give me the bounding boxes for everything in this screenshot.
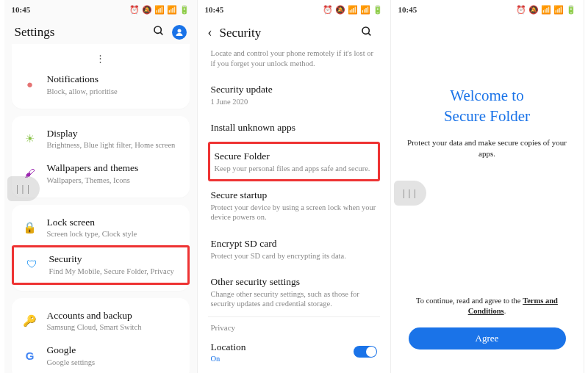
ellipsis-icon: ⋮ [12, 53, 190, 68]
back-icon[interactable]: ‹ [208, 25, 212, 40]
google-icon: G [21, 350, 40, 362]
list-item-title: Encrypt SD card [211, 237, 377, 250]
list-item-display[interactable]: ☀ Display Brightness, Blue light filter,… [12, 122, 190, 157]
wifi-icon: 📶 [360, 5, 370, 15]
list-item-location[interactable]: Location On [208, 333, 380, 370]
card-accounts-group: 🔑 Accounts and backup Samsung Cloud, Sma… [12, 298, 190, 373]
agree-button[interactable]: Agree [409, 327, 566, 350]
list-item-sub: Locate and control your phone remotely i… [211, 48, 377, 68]
list-item-sub: Wallpapers, Themes, Icons [47, 175, 181, 186]
list-item-title: Accounts and backup [47, 310, 181, 322]
phone-settings: 10:45 ⏰ 🔕 📶 📶 🔋 Settings ⋮ ● Notificatio… [4, 0, 198, 373]
list-item-title: Install unknown apps [211, 121, 377, 134]
status-bar: 10:45 ⏰ 🔕 📶 📶 🔋 [391, 0, 584, 19]
svg-line-1 [160, 32, 162, 35]
welcome-title-line1: Welcome to [450, 87, 523, 104]
mute-icon: 🔕 [528, 5, 539, 15]
list-item-sub: Samsung Cloud, Smart Switch [47, 322, 181, 333]
status-icons: ⏰ 🔕 📶 📶 🔋 [129, 5, 190, 15]
list-item-title: Other security settings [211, 275, 377, 289]
mute-icon: 🔕 [335, 5, 345, 15]
list-item-security-update[interactable]: Security update 1 June 2020 [208, 76, 380, 114]
list-item-other-security[interactable]: Other security settings Change other sec… [208, 268, 380, 316]
list-item-title: Google [47, 344, 181, 357]
list-item-sub: Block, allow, prioritise [47, 87, 181, 97]
signal-icon: 📶 [541, 5, 551, 15]
card-connections-group: ⋮ ● Notifications Block, allow, prioriti… [12, 44, 190, 109]
list-item-title: Security update [211, 83, 377, 96]
card-security-group: 🔒 Lock screen Screen lock type, Clock st… [12, 205, 190, 291]
search-icon[interactable] [153, 25, 165, 40]
settings-header: Settings [4, 19, 197, 47]
list-item-sub: Protect your device by using a screen lo… [211, 203, 377, 222]
list-item-sub: Find My Mobile, Secure Folder, Privacy [49, 267, 179, 277]
list-item-findmymobile[interactable]: Locate and control your phone remotely i… [208, 48, 380, 76]
list-item-title: Security [49, 253, 179, 266]
status-bar: 10:45 ⏰ 🔕 📶 📶 🔋 [198, 0, 390, 19]
list-item-sub: Keep your personal files and apps safe a… [215, 164, 373, 174]
list-item-install-unknown[interactable]: Install unknown apps [208, 114, 380, 142]
status-time: 10:45 [205, 5, 224, 14]
list-item-title: Secure startup [211, 189, 377, 202]
status-icons: ⏰ 🔕 📶 📶 🔋 [323, 5, 383, 15]
svg-point-0 [154, 26, 161, 33]
avatar[interactable] [172, 25, 187, 40]
battery-icon: 🔋 [566, 5, 576, 15]
status-time: 10:45 [398, 5, 417, 14]
signal-icon: 📶 [348, 5, 358, 15]
page-title: Security [220, 26, 361, 40]
edge-handle[interactable]: | | | [394, 181, 426, 206]
security-header: ‹ Security [198, 19, 390, 48]
terms-suffix: . [504, 307, 506, 315]
toggle-state-label: On [211, 355, 246, 363]
list-item-title: Lock screen [47, 217, 181, 229]
list-item-sub: Protect your SD card by encrypting its d… [211, 251, 377, 261]
section-label-privacy: Privacy [208, 317, 380, 333]
signal-icon: 📶 [154, 5, 165, 15]
settings-list: ⋮ ● Notifications Block, allow, prioriti… [4, 44, 197, 373]
mute-icon: 🔕 [142, 5, 152, 15]
edge-handle[interactable]: | | | [7, 176, 40, 201]
list-item-sub: 1 June 2020 [211, 97, 377, 107]
status-icons: ⏰ 🔕 📶 📶 🔋 [516, 5, 576, 15]
list-item-sub: Screen lock type, Clock style [47, 229, 181, 239]
alarm-icon: ⏰ [129, 5, 140, 15]
location-toggle[interactable] [354, 346, 377, 358]
list-item-title: Notifications [47, 73, 181, 86]
notifications-icon: ● [21, 79, 40, 91]
list-item-encrypt-sd[interactable]: Encrypt SD card Protect your SD card by … [208, 230, 380, 268]
list-item-sub: Google settings [47, 358, 181, 368]
list-item-title: Wallpapers and themes [47, 162, 181, 175]
status-bar: 10:45 ⏰ 🔕 📶 📶 🔋 [4, 0, 197, 19]
svg-point-3 [362, 27, 369, 34]
list-item-lockscreen[interactable]: 🔒 Lock screen Screen lock type, Clock st… [12, 211, 190, 246]
list-item-notifications[interactable]: ● Notifications Block, allow, prioritise [12, 68, 190, 103]
key-icon: 🔑 [21, 314, 40, 327]
alarm-icon: ⏰ [323, 5, 333, 15]
lock-icon: 🔒 [21, 221, 40, 234]
display-icon: ☀ [21, 132, 40, 145]
shield-icon: 🛡 [23, 258, 42, 271]
welcome-title-line2: Secure Folder [444, 107, 530, 125]
battery-icon: 🔋 [179, 5, 190, 15]
list-item-secure-folder[interactable]: Secure Folder Keep your personal files a… [208, 142, 380, 181]
svg-point-2 [177, 29, 181, 33]
battery-icon: 🔋 [373, 5, 383, 15]
status-time: 10:45 [12, 5, 31, 14]
list-item-title: Location [211, 341, 246, 354]
wifi-icon: 📶 [167, 5, 177, 15]
phone-security: 10:45 ⏰ 🔕 📶 📶 🔋 ‹ Security Locate and co… [198, 0, 391, 373]
list-item-accounts[interactable]: 🔑 Accounts and backup Samsung Cloud, Sma… [12, 304, 190, 339]
welcome-subtitle: Protect your data and make secure copies… [407, 137, 567, 159]
list-item-google[interactable]: G Google Google settings [12, 338, 190, 373]
terms-prefix: To continue, read and agree to the [416, 297, 523, 305]
list-item-secure-startup[interactable]: Secure startup Protect your device by us… [208, 181, 380, 230]
list-item-title: Secure Folder [215, 150, 373, 163]
list-item-security[interactable]: 🛡 Security Find My Mobile, Secure Folder… [12, 245, 190, 285]
phone-secure-folder-welcome: 10:45 ⏰ 🔕 📶 📶 🔋 Welcome to Secure Folder… [391, 0, 584, 373]
search-icon[interactable] [361, 26, 373, 40]
alarm-icon: ⏰ [516, 5, 526, 15]
svg-line-4 [368, 33, 370, 35]
wifi-icon: 📶 [553, 5, 564, 15]
list-item-sub: Change other security settings, such as … [211, 289, 377, 309]
